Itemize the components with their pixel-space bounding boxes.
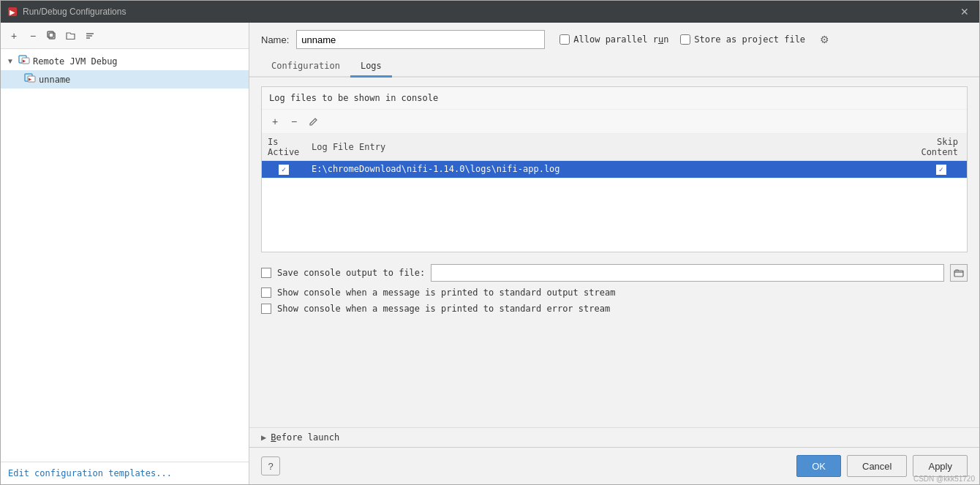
close-button[interactable]: ✕ xyxy=(956,4,973,19)
skip-content-cell[interactable]: ✓ xyxy=(915,161,967,178)
right-panel: Name: Allow parallel run Store as projec… xyxy=(249,23,979,484)
ok-button[interactable]: OK xyxy=(796,455,841,477)
name-options: Allow parallel run Store as project file… xyxy=(559,34,829,45)
show-stderr-label: Show console when a message is printed t… xyxy=(277,304,610,314)
show-stderr-checkbox[interactable] xyxy=(261,304,271,314)
run-debug-dialog: ▶ Run/Debug Configurations ✕ + − xyxy=(0,0,980,485)
cancel-button[interactable]: Cancel xyxy=(847,455,907,477)
sort-config-button[interactable] xyxy=(81,27,99,45)
tab-logs[interactable]: Logs xyxy=(350,56,392,78)
active-checkbox[interactable]: ✓ xyxy=(279,165,289,175)
sidebar-toolbar: + − xyxy=(1,23,249,49)
log-table-body: ✓ E:\chromeDownload\nifi-1.14.0\logs\nif… xyxy=(262,161,967,178)
remote-jvm-icon: ▶ xyxy=(18,54,30,68)
before-launch-arrow[interactable]: ▶ xyxy=(261,432,266,443)
save-output-row: Save console output to file: xyxy=(261,264,968,282)
tree-group-label: Remote JVM Debug xyxy=(33,56,118,67)
col-log-file-entry: Log File Entry xyxy=(306,134,915,161)
log-file-cell: E:\chromeDownload\nifi-1.14.0\logs\nifi-… xyxy=(306,161,915,178)
log-files-section: Log files to be shown in console + − xyxy=(261,86,968,252)
col-is-active: Is Active xyxy=(262,134,306,161)
edit-templates-link[interactable]: Edit configuration templates... xyxy=(1,462,249,484)
log-table-empty-area xyxy=(262,178,967,252)
apply-button[interactable]: Apply xyxy=(913,455,968,477)
folder-config-button[interactable] xyxy=(62,27,80,45)
table-row[interactable]: ✓ E:\chromeDownload\nifi-1.14.0\logs\nif… xyxy=(262,161,967,178)
copy-config-button[interactable] xyxy=(43,27,61,45)
show-stderr-row[interactable]: Show console when a message is printed t… xyxy=(261,304,968,314)
remove-log-button[interactable]: − xyxy=(285,113,303,130)
save-output-checkbox[interactable] xyxy=(261,268,271,278)
svg-rect-3 xyxy=(48,31,53,37)
add-log-button[interactable]: + xyxy=(266,113,284,130)
add-config-button[interactable]: + xyxy=(5,27,23,45)
title-bar-left: ▶ Run/Debug Configurations xyxy=(7,6,126,18)
app-icon: ▶ xyxy=(7,6,18,18)
store-project-label[interactable]: Store as project file xyxy=(680,34,805,45)
store-project-checkbox[interactable] xyxy=(680,34,690,45)
title-text: Run/Debug Configurations xyxy=(23,7,126,17)
tree-group-arrow: ▼ xyxy=(7,57,15,65)
settings-gear-icon[interactable]: ⚙ xyxy=(820,34,829,45)
col-skip-content: Skip Content xyxy=(915,134,967,161)
svg-rect-13 xyxy=(954,271,963,277)
unname-icon: ▶ xyxy=(24,72,36,86)
show-stdout-row[interactable]: Show console when a message is printed t… xyxy=(261,287,968,298)
save-output-label: Save console output to file: xyxy=(277,268,425,278)
allow-parallel-label[interactable]: Allow parallel run xyxy=(559,34,668,45)
name-label: Name: xyxy=(261,34,289,45)
allow-parallel-checkbox[interactable] xyxy=(559,34,570,45)
tree-group-remote-jvm[interactable]: ▼ ▶ Remote JVM Debug xyxy=(1,52,249,70)
before-launch-label: Before launch xyxy=(271,432,339,443)
main-content: + − xyxy=(1,23,979,484)
svg-rect-2 xyxy=(49,33,55,39)
tab-configuration[interactable]: Configuration xyxy=(261,56,350,78)
watermark: CSDN @kkk51720 xyxy=(913,475,975,483)
name-row: Name: Allow parallel run Store as projec… xyxy=(249,23,979,56)
active-cell[interactable]: ✓ xyxy=(262,161,306,178)
log-table: Is Active Log File Entry Skip Content ✓ … xyxy=(262,134,967,178)
skip-checkbox[interactable]: ✓ xyxy=(936,165,946,175)
sidebar-tree[interactable]: ▼ ▶ Remote JVM Debug xyxy=(1,49,249,462)
save-output-file[interactable] xyxy=(431,264,944,282)
tree-item-unname[interactable]: ▶ unname xyxy=(1,70,249,89)
remove-config-button[interactable]: − xyxy=(24,27,42,45)
store-project-text: Store as project file xyxy=(694,34,805,45)
name-input[interactable] xyxy=(296,30,545,49)
allow-parallel-text: Allow parallel run xyxy=(573,34,668,45)
tree-item-label: unname xyxy=(39,75,70,85)
log-files-toolbar: + − xyxy=(262,110,967,134)
help-button[interactable]: ? xyxy=(261,456,280,475)
log-files-header: Log files to be shown in console xyxy=(262,87,967,110)
browse-file-button[interactable] xyxy=(950,264,968,282)
console-options: Save console output to file: xyxy=(261,261,968,317)
show-stdout-checkbox[interactable] xyxy=(261,287,271,298)
svg-text:▶: ▶ xyxy=(10,9,15,16)
title-bar: ▶ Run/Debug Configurations ✕ xyxy=(1,1,979,23)
tab-content-logs: Log files to be shown in console + − xyxy=(249,78,979,427)
edit-log-button[interactable] xyxy=(304,113,322,130)
sidebar: + − xyxy=(1,23,249,484)
bottom-bar: ? OK Cancel Apply xyxy=(249,447,979,484)
before-launch-section: ▶ Before launch xyxy=(249,427,979,447)
show-stdout-label: Show console when a message is printed t… xyxy=(277,287,615,298)
tabs-bar: Configuration Logs xyxy=(249,56,979,78)
